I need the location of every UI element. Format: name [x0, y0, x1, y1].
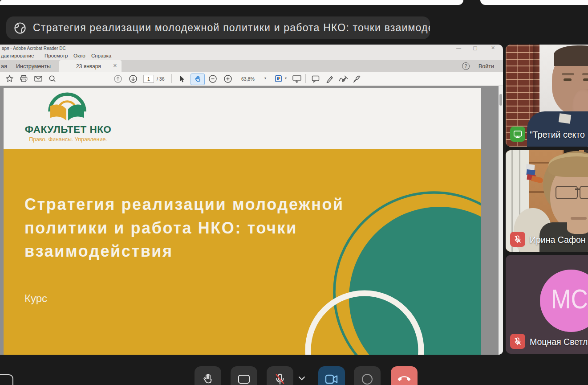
close-button[interactable]: ✕	[491, 45, 495, 51]
banner-title: Стратегия реализации молодежной политики…	[33, 22, 430, 34]
menu-window[interactable]: Окно	[73, 53, 85, 58]
email-icon[interactable]	[34, 74, 43, 85]
zoom-caret-icon[interactable]: ▾	[264, 76, 266, 80]
hang-up-button[interactable]	[391, 366, 418, 385]
faculty-logo-subtitle: Право. Финансы. Управление.	[4, 136, 133, 143]
acrobat-toolbar: 1 / 36 63,8% ▾ ▾	[0, 72, 503, 86]
participant-tile-1[interactable]: "Третий секто	[506, 45, 588, 147]
minimize-button[interactable]: —	[456, 45, 461, 50]
participant-tile-3[interactable]: МС Моцная Светл	[506, 255, 588, 354]
zoom-out-icon[interactable]	[208, 74, 217, 85]
raise-hand-button[interactable]	[195, 366, 221, 385]
top-panel-right-edge	[480, 0, 588, 5]
participant-1-name: "Третий секто	[530, 130, 585, 140]
participant-3-name: Моцная Светл	[530, 337, 588, 347]
mic-options-chevron[interactable]	[297, 375, 306, 383]
page-fit-icon[interactable]	[274, 74, 283, 85]
pdf-document-area: ФАКУЛЬТЕТ НКО Право. Финансы. Управление…	[0, 86, 503, 355]
zoom-in-icon[interactable]	[223, 74, 232, 85]
toolbar-divider2	[305, 74, 306, 83]
acrobat-menubar: дактирование Просмотр Окно Справка	[0, 52, 503, 60]
avatar-initials: МС	[551, 283, 588, 315]
participant-tile-2[interactable]: Ирина Сафон	[506, 150, 588, 252]
share-screen-button[interactable]	[231, 366, 257, 385]
signature-icon[interactable]	[338, 74, 349, 85]
menu-view[interactable]: Просмотр	[45, 53, 68, 58]
next-page-icon[interactable]	[129, 74, 138, 85]
fill-sign-icon[interactable]	[353, 74, 362, 85]
page-total-label: / 36	[157, 76, 165, 82]
faculty-logo-icon	[43, 90, 92, 126]
slide-background: Стратегия реализации молодежной политики…	[4, 149, 481, 355]
meeting-app-screen: Стратегия реализации молодежной политики…	[0, 0, 588, 385]
print-icon[interactable]	[20, 74, 28, 85]
menu-edit[interactable]: дактирование	[1, 53, 34, 58]
acrobat-tabbar: ая Инструменты 23 января ✕ ? Войти	[0, 60, 503, 72]
mic-muted-badge	[510, 334, 525, 349]
shared-screen-banner: Стратегия реализации молодежной политики…	[6, 16, 430, 39]
tab-tools[interactable]: Инструменты	[16, 63, 51, 70]
help-icon[interactable]: ?	[462, 62, 470, 70]
slide-footer-label: Курс	[24, 292, 47, 305]
faculty-logo-title: ФАКУЛЬТЕТ НКО	[4, 124, 133, 135]
vertical-scrollbar[interactable]	[499, 86, 503, 355]
mic-muted-button[interactable]	[267, 366, 293, 385]
star-icon[interactable]	[5, 74, 14, 85]
screen-sharing-badge	[510, 127, 525, 142]
screen-share-globe-icon	[13, 21, 27, 35]
pdf-page: ФАКУЛЬТЕТ НКО Право. Финансы. Управление…	[4, 88, 481, 355]
acrobat-window: аря - Adobe Acrobat Reader DC — ▢ ✕ дакт…	[0, 45, 503, 355]
search-icon[interactable]	[48, 74, 57, 85]
page-number-input[interactable]: 1	[143, 75, 154, 83]
toolbar-divider	[171, 74, 172, 83]
mic-muted-badge	[510, 232, 525, 247]
pencil-icon[interactable]	[325, 74, 334, 85]
tab-document[interactable]: 23 января ✕	[59, 60, 122, 72]
camera-button[interactable]	[318, 366, 345, 385]
reading-mode-icon[interactable]	[292, 74, 302, 85]
acrobat-titlebar: аря - Adobe Acrobat Reader DC — ▢ ✕	[0, 45, 503, 52]
slide-title: Стратегия реализации молодежной политики…	[24, 193, 344, 263]
layout-button-partial[interactable]	[0, 374, 13, 385]
zoom-level-value[interactable]: 63,8%	[241, 76, 255, 82]
scrollbar-thumb[interactable]	[499, 94, 502, 106]
sign-in-button[interactable]: Войти	[479, 63, 494, 70]
prev-page-icon[interactable]	[114, 74, 122, 85]
hand-tool-selected[interactable]	[191, 74, 205, 85]
comment-icon[interactable]	[311, 74, 320, 85]
page-fit-caret-icon[interactable]: ▾	[285, 76, 287, 80]
top-panel-left-edge	[0, 0, 463, 5]
select-tool-icon[interactable]	[178, 74, 186, 85]
participant-2-name: Ирина Сафон	[530, 235, 586, 245]
maximize-button[interactable]: ▢	[473, 45, 477, 51]
acrobat-window-title: аря - Adobe Acrobat Reader DC	[2, 46, 66, 51]
tab-document-label: 23 января	[76, 63, 101, 70]
tab-close-icon[interactable]: ✕	[113, 63, 117, 69]
menu-help[interactable]: Справка	[91, 53, 111, 58]
record-button[interactable]	[354, 366, 381, 385]
tab-home-partial[interactable]: ая	[1, 63, 7, 70]
